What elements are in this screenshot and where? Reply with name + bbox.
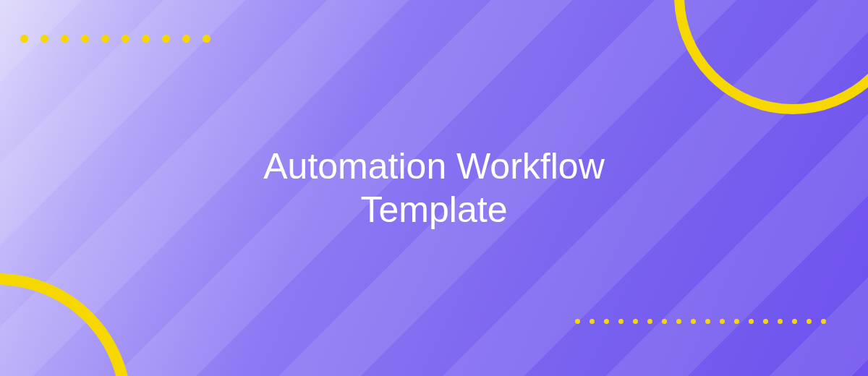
dot-icon	[763, 319, 768, 324]
dot-icon	[618, 319, 624, 324]
dot-icon	[676, 319, 681, 324]
dot-icon	[662, 319, 667, 324]
decorative-dots-bottom	[575, 319, 826, 324]
banner: Automation Workflow Template	[0, 0, 868, 376]
decorative-ring-bottom-left	[0, 273, 132, 376]
dot-icon	[734, 319, 739, 324]
dot-icon	[41, 35, 48, 43]
dot-icon	[720, 319, 725, 324]
dot-icon	[122, 35, 129, 43]
dot-icon	[81, 35, 89, 43]
decorative-dots-top	[20, 35, 210, 43]
dot-icon	[749, 319, 754, 324]
dot-icon	[633, 319, 638, 324]
dot-icon	[162, 35, 170, 43]
dot-icon	[821, 319, 826, 324]
dot-icon	[61, 35, 69, 43]
dot-icon	[604, 319, 609, 324]
dot-icon	[203, 35, 210, 43]
dot-icon	[575, 319, 580, 324]
dot-icon	[182, 35, 190, 43]
dot-icon	[792, 319, 797, 324]
dot-icon	[807, 319, 812, 324]
decorative-ring-top-right	[674, 0, 868, 114]
dot-icon	[647, 319, 652, 324]
dot-icon	[778, 319, 783, 324]
banner-title: Automation Workflow Template	[263, 145, 604, 231]
dot-icon	[101, 35, 109, 43]
dot-icon	[142, 35, 150, 43]
dot-icon	[691, 319, 696, 324]
dot-icon	[20, 35, 28, 43]
dot-icon	[590, 319, 595, 324]
dot-icon	[705, 319, 710, 324]
